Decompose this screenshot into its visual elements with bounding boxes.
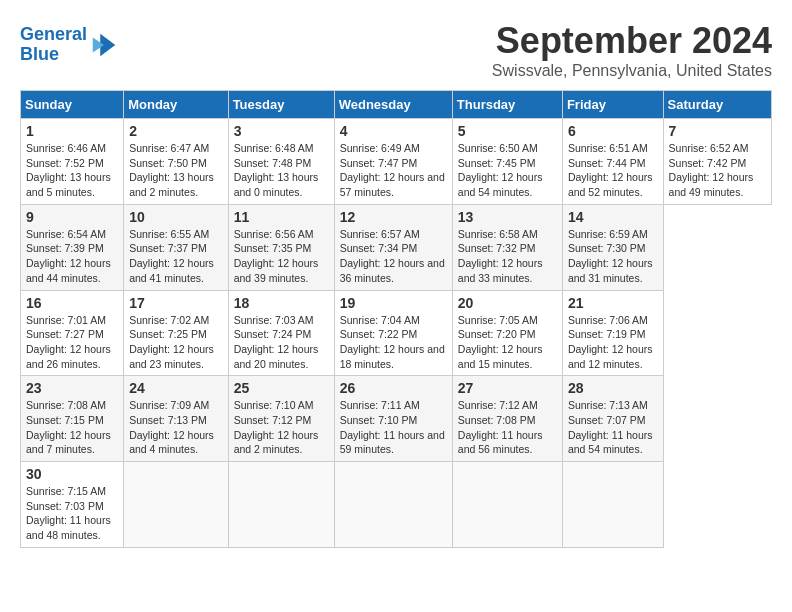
day-number: 1 [26, 123, 118, 139]
day-number: 16 [26, 295, 118, 311]
week-row-4: 23 Sunrise: 7:08 AMSunset: 7:15 PMDaylig… [21, 376, 772, 462]
calendar-table: SundayMondayTuesdayWednesdayThursdayFrid… [20, 90, 772, 548]
calendar-cell: 25 Sunrise: 7:10 AMSunset: 7:12 PMDaylig… [228, 376, 334, 462]
calendar-cell: 14 Sunrise: 6:59 AMSunset: 7:30 PMDaylig… [562, 204, 663, 290]
calendar-cell: 6 Sunrise: 6:51 AMSunset: 7:44 PMDayligh… [562, 119, 663, 205]
day-info: Sunrise: 7:10 AMSunset: 7:12 PMDaylight:… [234, 399, 319, 455]
calendar-header-row: SundayMondayTuesdayWednesdayThursdayFrid… [21, 91, 772, 119]
calendar-cell: 20 Sunrise: 7:05 AMSunset: 7:20 PMDaylig… [452, 290, 562, 376]
calendar-cell [124, 462, 228, 548]
day-info: Sunrise: 6:47 AMSunset: 7:50 PMDaylight:… [129, 142, 214, 198]
day-info: Sunrise: 6:57 AMSunset: 7:34 PMDaylight:… [340, 228, 445, 284]
calendar-cell: 11 Sunrise: 6:56 AMSunset: 7:35 PMDaylig… [228, 204, 334, 290]
day-info: Sunrise: 7:05 AMSunset: 7:20 PMDaylight:… [458, 314, 543, 370]
week-row-2: 9 Sunrise: 6:54 AMSunset: 7:39 PMDayligh… [21, 204, 772, 290]
title-block: September 2024 Swissvale, Pennsylvania, … [492, 20, 772, 80]
calendar-cell: 16 Sunrise: 7:01 AMSunset: 7:27 PMDaylig… [21, 290, 124, 376]
logo: General Blue [20, 25, 119, 65]
calendar-cell [228, 462, 334, 548]
col-header-monday: Monday [124, 91, 228, 119]
logo-text: General Blue [20, 25, 87, 65]
calendar-cell: 28 Sunrise: 7:13 AMSunset: 7:07 PMDaylig… [562, 376, 663, 462]
day-info: Sunrise: 7:15 AMSunset: 7:03 PMDaylight:… [26, 485, 111, 541]
day-info: Sunrise: 6:52 AMSunset: 7:42 PMDaylight:… [669, 142, 754, 198]
day-info: Sunrise: 6:54 AMSunset: 7:39 PMDaylight:… [26, 228, 111, 284]
location-subtitle: Swissvale, Pennsylvania, United States [492, 62, 772, 80]
day-info: Sunrise: 6:50 AMSunset: 7:45 PMDaylight:… [458, 142, 543, 198]
day-number: 10 [129, 209, 222, 225]
col-header-thursday: Thursday [452, 91, 562, 119]
day-number: 13 [458, 209, 557, 225]
col-header-wednesday: Wednesday [334, 91, 452, 119]
day-number: 3 [234, 123, 329, 139]
day-info: Sunrise: 6:48 AMSunset: 7:48 PMDaylight:… [234, 142, 319, 198]
day-number: 27 [458, 380, 557, 396]
calendar-cell: 10 Sunrise: 6:55 AMSunset: 7:37 PMDaylig… [124, 204, 228, 290]
col-header-saturday: Saturday [663, 91, 771, 119]
day-info: Sunrise: 7:13 AMSunset: 7:07 PMDaylight:… [568, 399, 653, 455]
day-info: Sunrise: 7:06 AMSunset: 7:19 PMDaylight:… [568, 314, 653, 370]
calendar-cell [562, 462, 663, 548]
day-info: Sunrise: 7:04 AMSunset: 7:22 PMDaylight:… [340, 314, 445, 370]
week-row-3: 16 Sunrise: 7:01 AMSunset: 7:27 PMDaylig… [21, 290, 772, 376]
calendar-cell: 21 Sunrise: 7:06 AMSunset: 7:19 PMDaylig… [562, 290, 663, 376]
day-number: 19 [340, 295, 447, 311]
logo-icon [89, 30, 119, 60]
day-info: Sunrise: 6:55 AMSunset: 7:37 PMDaylight:… [129, 228, 214, 284]
day-info: Sunrise: 7:12 AMSunset: 7:08 PMDaylight:… [458, 399, 543, 455]
week-row-5: 30 Sunrise: 7:15 AMSunset: 7:03 PMDaylig… [21, 462, 772, 548]
col-header-friday: Friday [562, 91, 663, 119]
day-number: 25 [234, 380, 329, 396]
day-info: Sunrise: 7:08 AMSunset: 7:15 PMDaylight:… [26, 399, 111, 455]
calendar-cell: 26 Sunrise: 7:11 AMSunset: 7:10 PMDaylig… [334, 376, 452, 462]
day-info: Sunrise: 7:02 AMSunset: 7:25 PMDaylight:… [129, 314, 214, 370]
day-number: 30 [26, 466, 118, 482]
calendar-cell: 1 Sunrise: 6:46 AMSunset: 7:52 PMDayligh… [21, 119, 124, 205]
day-info: Sunrise: 7:11 AMSunset: 7:10 PMDaylight:… [340, 399, 445, 455]
day-info: Sunrise: 6:49 AMSunset: 7:47 PMDaylight:… [340, 142, 445, 198]
day-info: Sunrise: 6:58 AMSunset: 7:32 PMDaylight:… [458, 228, 543, 284]
calendar-cell: 12 Sunrise: 6:57 AMSunset: 7:34 PMDaylig… [334, 204, 452, 290]
calendar-cell: 4 Sunrise: 6:49 AMSunset: 7:47 PMDayligh… [334, 119, 452, 205]
calendar-cell [452, 462, 562, 548]
day-number: 24 [129, 380, 222, 396]
calendar-cell: 7 Sunrise: 6:52 AMSunset: 7:42 PMDayligh… [663, 119, 771, 205]
day-number: 17 [129, 295, 222, 311]
calendar-cell: 3 Sunrise: 6:48 AMSunset: 7:48 PMDayligh… [228, 119, 334, 205]
calendar-cell: 24 Sunrise: 7:09 AMSunset: 7:13 PMDaylig… [124, 376, 228, 462]
day-info: Sunrise: 7:03 AMSunset: 7:24 PMDaylight:… [234, 314, 319, 370]
calendar-cell: 27 Sunrise: 7:12 AMSunset: 7:08 PMDaylig… [452, 376, 562, 462]
day-number: 11 [234, 209, 329, 225]
day-info: Sunrise: 6:56 AMSunset: 7:35 PMDaylight:… [234, 228, 319, 284]
calendar-cell: 5 Sunrise: 6:50 AMSunset: 7:45 PMDayligh… [452, 119, 562, 205]
day-number: 20 [458, 295, 557, 311]
day-number: 4 [340, 123, 447, 139]
calendar-cell: 2 Sunrise: 6:47 AMSunset: 7:50 PMDayligh… [124, 119, 228, 205]
day-number: 5 [458, 123, 557, 139]
col-header-tuesday: Tuesday [228, 91, 334, 119]
day-number: 2 [129, 123, 222, 139]
calendar-cell: 17 Sunrise: 7:02 AMSunset: 7:25 PMDaylig… [124, 290, 228, 376]
calendar-cell: 13 Sunrise: 6:58 AMSunset: 7:32 PMDaylig… [452, 204, 562, 290]
page-header: General Blue September 2024 Swissvale, P… [20, 20, 772, 80]
calendar-cell [334, 462, 452, 548]
calendar-cell: 23 Sunrise: 7:08 AMSunset: 7:15 PMDaylig… [21, 376, 124, 462]
day-info: Sunrise: 7:01 AMSunset: 7:27 PMDaylight:… [26, 314, 111, 370]
day-info: Sunrise: 6:46 AMSunset: 7:52 PMDaylight:… [26, 142, 111, 198]
day-number: 23 [26, 380, 118, 396]
day-info: Sunrise: 6:51 AMSunset: 7:44 PMDaylight:… [568, 142, 653, 198]
day-number: 6 [568, 123, 658, 139]
day-info: Sunrise: 7:09 AMSunset: 7:13 PMDaylight:… [129, 399, 214, 455]
calendar-cell: 18 Sunrise: 7:03 AMSunset: 7:24 PMDaylig… [228, 290, 334, 376]
day-number: 26 [340, 380, 447, 396]
calendar-cell: 19 Sunrise: 7:04 AMSunset: 7:22 PMDaylig… [334, 290, 452, 376]
col-header-sunday: Sunday [21, 91, 124, 119]
day-number: 18 [234, 295, 329, 311]
day-number: 12 [340, 209, 447, 225]
week-row-1: 1 Sunrise: 6:46 AMSunset: 7:52 PMDayligh… [21, 119, 772, 205]
calendar-cell: 30 Sunrise: 7:15 AMSunset: 7:03 PMDaylig… [21, 462, 124, 548]
day-number: 7 [669, 123, 766, 139]
calendar-cell: 9 Sunrise: 6:54 AMSunset: 7:39 PMDayligh… [21, 204, 124, 290]
day-number: 28 [568, 380, 658, 396]
day-number: 14 [568, 209, 658, 225]
